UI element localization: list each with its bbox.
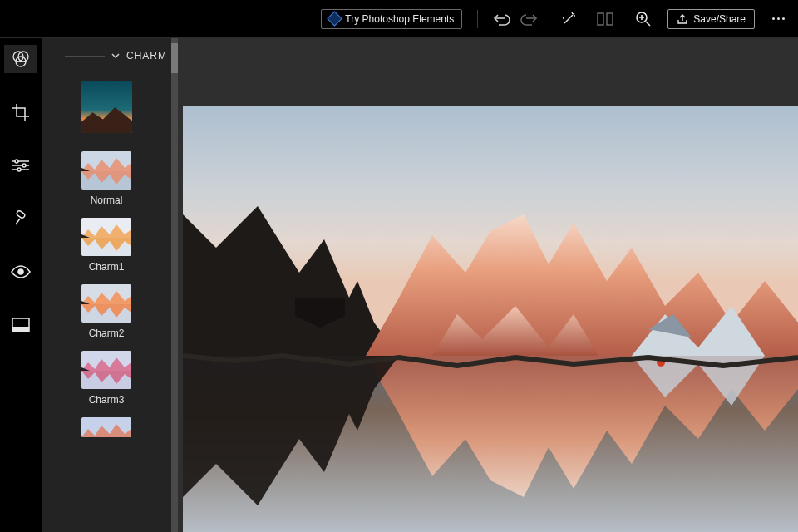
preset-label: Charm3 — [89, 394, 125, 406]
divider — [477, 10, 478, 28]
crop-icon[interactable] — [4, 98, 37, 126]
preset-group-header[interactable]: CHARM — [42, 38, 171, 70]
svg-rect-9 — [16, 210, 26, 219]
redo-icon[interactable] — [520, 10, 538, 28]
tool-rail — [0, 38, 42, 532]
svg-point-6 — [15, 160, 18, 163]
blemish-icon[interactable] — [4, 204, 37, 233]
chevron-down-icon — [111, 52, 120, 60]
preset-label: Charm1 — [89, 261, 125, 273]
preset-label: Charm2 — [89, 328, 125, 339]
preset-thumb-charm1[interactable] — [81, 218, 131, 256]
svg-point-8 — [17, 168, 21, 171]
sliders-icon[interactable] — [4, 151, 37, 180]
preset-thumb-charm2[interactable] — [81, 284, 131, 323]
scrollbar-thumb[interactable] — [171, 43, 178, 73]
svg-point-10 — [18, 269, 23, 274]
canvas-image[interactable] — [183, 106, 798, 532]
frames-icon[interactable] — [4, 311, 37, 339]
zoom-in-icon[interactable] — [634, 10, 653, 28]
svg-rect-12 — [12, 327, 29, 332]
photoshop-elements-icon — [328, 11, 342, 26]
undo-icon[interactable] — [493, 10, 511, 28]
compare-icon[interactable] — [596, 10, 614, 28]
svg-rect-0 — [598, 13, 603, 25]
redeye-icon[interactable] — [4, 258, 37, 286]
magic-wand-icon[interactable] — [559, 10, 578, 28]
presets-panel: CHARM — [42, 38, 178, 532]
svg-point-7 — [22, 164, 26, 167]
share-icon — [677, 13, 688, 25]
try-photoshop-elements-button[interactable]: Try Photoshop Elements — [321, 9, 462, 29]
svg-rect-1 — [607, 13, 613, 25]
topbar: Try Photoshop Elements — [0, 0, 798, 38]
preset-label: Normal — [91, 195, 123, 206]
panel-scrollbar[interactable] — [171, 38, 178, 532]
try-label: Try Photoshop Elements — [345, 13, 454, 25]
preset-group-name: CHARM — [126, 50, 167, 62]
more-icon[interactable] — [768, 10, 788, 28]
canvas-stage — [178, 38, 798, 532]
save-share-button[interactable]: Save/Share — [667, 9, 755, 29]
preset-thumb-normal[interactable] — [81, 151, 131, 190]
looks-icon[interactable] — [4, 45, 37, 73]
preset-thumb-charm3[interactable] — [81, 351, 131, 389]
save-share-label: Save/Share — [693, 13, 746, 25]
preset-thumb[interactable] — [81, 81, 132, 133]
preset-thumb-partial[interactable] — [81, 417, 131, 437]
